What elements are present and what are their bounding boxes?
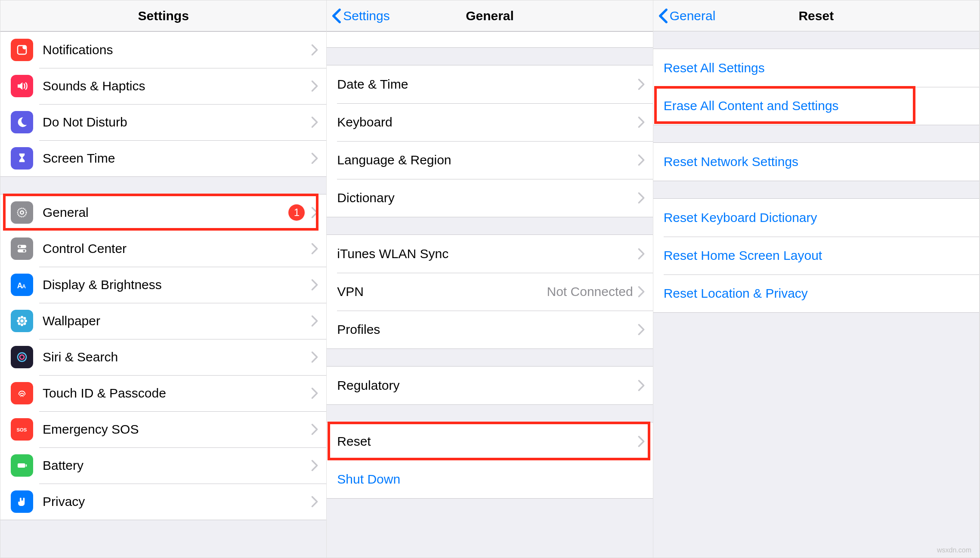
row-label: Sounds & Haptics xyxy=(43,79,145,93)
svg-rect-22 xyxy=(18,463,25,468)
row-touch-id[interactable]: Touch ID & Passcode xyxy=(0,375,326,411)
row-label: VPN xyxy=(337,284,364,299)
chevron-right-icon xyxy=(311,459,318,472)
svg-point-3 xyxy=(20,211,24,214)
row-label: iTunes WLAN Sync xyxy=(337,247,448,261)
row-reset-network[interactable]: Reset Network Settings xyxy=(653,143,979,181)
row-battery[interactable]: Battery xyxy=(0,447,326,484)
row-reset[interactable]: Reset xyxy=(327,422,652,460)
row-date-time[interactable]: Date & Time xyxy=(327,65,652,103)
row-label: Dictionary xyxy=(337,191,394,205)
svg-point-15 xyxy=(18,317,21,320)
row-sounds-haptics[interactable]: Sounds & Haptics xyxy=(0,68,326,104)
row-label: Notifications xyxy=(43,43,113,57)
svg-point-18 xyxy=(23,322,26,325)
hand-icon xyxy=(11,490,33,513)
chevron-right-icon xyxy=(637,248,645,260)
row-label: Reset Location & Privacy xyxy=(664,286,808,301)
row-reset-home-screen[interactable]: Reset Home Screen Layout xyxy=(653,237,979,274)
row-wallpaper[interactable]: Wallpaper xyxy=(0,303,326,339)
row-reset-location-privacy[interactable]: Reset Location & Privacy xyxy=(653,274,979,312)
chevron-right-icon xyxy=(637,78,645,90)
row-general[interactable]: General 1 xyxy=(0,194,326,231)
row-erase-all-content[interactable]: Erase All Content and Settings xyxy=(653,87,979,125)
general-panel: Settings General Date & Time Keyboard La… xyxy=(327,0,653,558)
row-keyboard[interactable]: Keyboard xyxy=(327,103,652,141)
row-label: Screen Time xyxy=(43,151,115,166)
page-title: Reset xyxy=(798,9,834,23)
row-regulatory[interactable]: Regulatory xyxy=(327,367,652,404)
row-reset-all-settings[interactable]: Reset All Settings xyxy=(653,49,979,87)
back-button[interactable]: General xyxy=(658,0,716,31)
row-control-center[interactable]: Control Center xyxy=(0,231,326,267)
svg-point-17 xyxy=(18,322,21,325)
row-label: Reset All Settings xyxy=(664,61,765,75)
back-button[interactable]: Settings xyxy=(332,0,390,31)
toggles-icon xyxy=(11,237,33,260)
page-title: Settings xyxy=(138,9,189,23)
chevron-right-icon xyxy=(637,192,645,204)
sounds-icon xyxy=(11,75,33,97)
row-label: Do Not Disturb xyxy=(43,115,127,129)
row-label: Siri & Search xyxy=(43,350,118,364)
fingerprint-icon xyxy=(11,382,33,404)
chevron-right-icon xyxy=(311,207,318,219)
row-shut-down[interactable]: Shut Down xyxy=(327,460,652,498)
svg-point-7 xyxy=(23,250,25,252)
row-emergency-sos[interactable]: SOS Emergency SOS xyxy=(0,411,326,447)
text-size-icon: AA xyxy=(11,274,33,296)
chevron-right-icon xyxy=(637,286,645,298)
svg-point-13 xyxy=(17,320,19,322)
row-label: Profiles xyxy=(337,322,380,337)
siri-icon xyxy=(11,346,33,368)
row-label: Erase All Content and Settings xyxy=(664,99,839,113)
chevron-right-icon xyxy=(311,243,318,255)
row-label: Date & Time xyxy=(337,77,408,92)
chevron-right-icon xyxy=(311,351,318,363)
row-dictionary[interactable]: Dictionary xyxy=(327,179,652,217)
svg-point-20 xyxy=(20,355,24,359)
row-label: Regulatory xyxy=(337,378,399,393)
svg-point-12 xyxy=(21,324,23,326)
row-label: Reset Home Screen Layout xyxy=(664,248,822,263)
row-screen-time[interactable]: Screen Time xyxy=(0,140,326,176)
chevron-right-icon xyxy=(311,116,318,128)
reset-content: Reset All Settings Erase All Content and… xyxy=(653,31,979,558)
row-profiles[interactable]: Profiles xyxy=(327,311,652,348)
row-display-brightness[interactable]: AA Display & Brightness xyxy=(0,267,326,303)
row-label: Display & Brightness xyxy=(43,277,162,292)
row-vpn[interactable]: VPN Not Connected xyxy=(327,273,652,311)
chevron-right-icon xyxy=(637,116,645,128)
svg-point-16 xyxy=(23,317,26,320)
row-notifications[interactable]: Notifications xyxy=(0,32,326,68)
row-language-region[interactable]: Language & Region xyxy=(327,141,652,179)
navbar-reset: General Reset xyxy=(653,0,979,31)
row-label: Wallpaper xyxy=(43,314,100,328)
chevron-right-icon xyxy=(637,379,645,392)
moon-icon xyxy=(11,111,33,133)
row-label: Emergency SOS xyxy=(43,422,139,437)
row-label: Shut Down xyxy=(337,472,400,487)
row-label: Keyboard xyxy=(337,115,392,129)
row-reset-keyboard-dictionary[interactable]: Reset Keyboard Dictionary xyxy=(653,199,979,237)
row-itunes-wlan-sync[interactable]: iTunes WLAN Sync xyxy=(327,235,652,273)
row-label: Battery xyxy=(43,458,83,473)
chevron-right-icon xyxy=(311,80,318,92)
row-label: Touch ID & Passcode xyxy=(43,386,166,401)
row-do-not-disturb[interactable]: Do Not Disturb xyxy=(0,104,326,140)
row-label: Control Center xyxy=(43,241,127,256)
chevron-right-icon xyxy=(311,496,318,508)
notifications-icon xyxy=(11,39,33,61)
row-privacy[interactable]: Privacy xyxy=(0,484,326,520)
page-title: General xyxy=(466,9,514,23)
partial-row xyxy=(327,32,652,47)
watermark: wsxdn.com xyxy=(937,546,971,554)
row-siri-search[interactable]: Siri & Search xyxy=(0,339,326,375)
battery-icon xyxy=(11,454,33,477)
back-label: Settings xyxy=(343,9,390,23)
chevron-right-icon xyxy=(637,154,645,166)
svg-rect-23 xyxy=(26,465,27,467)
svg-point-10 xyxy=(20,319,24,323)
chevron-right-icon xyxy=(311,387,318,399)
navbar-general: Settings General xyxy=(327,0,652,31)
